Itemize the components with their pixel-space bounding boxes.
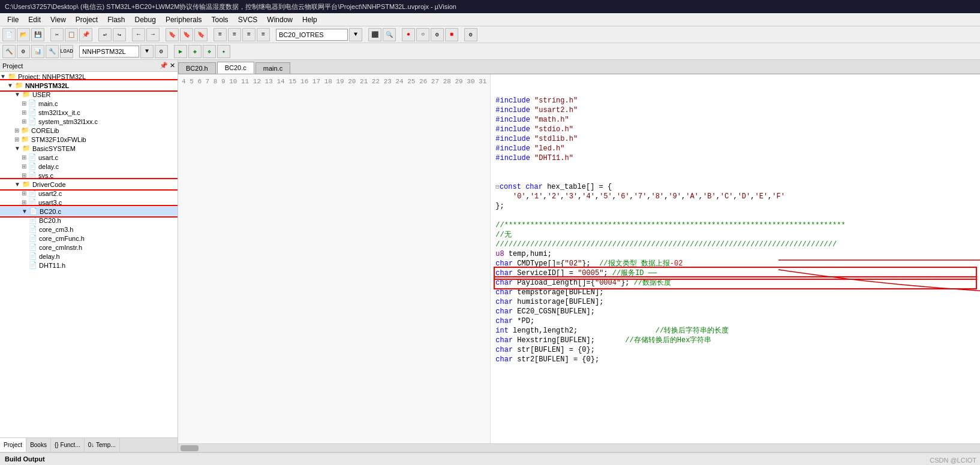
menu-tools[interactable]: Tools bbox=[207, 14, 233, 25]
file-icon-15: 📄 bbox=[29, 207, 38, 215]
bookmark2-button[interactable]: 🔖 bbox=[180, 28, 193, 41]
search-button[interactable]: 🔍 bbox=[383, 28, 396, 41]
menu-view[interactable]: View bbox=[46, 14, 71, 25]
indent2-button[interactable]: ≡ bbox=[228, 28, 241, 41]
menu-bar: File Edit View Project Flash Debug Perip… bbox=[0, 13, 980, 26]
sb-tab-temp[interactable]: 0↓ Temp... bbox=[85, 438, 120, 452]
tree-item-2[interactable]: ▼📁USER bbox=[0, 90, 178, 99]
tree-item-15[interactable]: ▼📄BC20.c bbox=[0, 207, 178, 216]
close-icon[interactable]: ✕ bbox=[170, 62, 175, 69]
line-13: ⊟const char hex_table[] = { bbox=[495, 182, 975, 192]
line-27: char *PD; bbox=[495, 316, 975, 326]
line-30: char str[BUFLEN] = {0}; bbox=[495, 345, 975, 355]
target-input[interactable] bbox=[276, 29, 348, 41]
title-bar: C:\Users\37257\Desktop\ (电信云) STM32L+BC2… bbox=[0, 0, 980, 13]
sb-tab-funct[interactable]: {} Funct... bbox=[51, 438, 85, 452]
code-content[interactable]: #include "string.h"#include "usart2.h"#i… bbox=[491, 74, 980, 443]
tree-item-20[interactable]: 📄delay.h bbox=[0, 252, 178, 261]
tree-item-16[interactable]: 📄BC20.h bbox=[0, 216, 178, 225]
green-btn4[interactable]: ✦ bbox=[217, 45, 230, 58]
menu-flash[interactable]: Flash bbox=[103, 14, 130, 25]
green-btn2[interactable]: ◈ bbox=[188, 45, 202, 58]
menu-edit[interactable]: Edit bbox=[23, 14, 46, 25]
tree-item-12[interactable]: ▼📁DriverCode bbox=[0, 180, 178, 189]
cut-button[interactable]: ✂ bbox=[50, 28, 64, 41]
project-dropdown[interactable]: ▼ bbox=[140, 45, 154, 58]
save-button[interactable]: 💾 bbox=[31, 28, 44, 41]
tree-icon-14: ⊞ bbox=[22, 199, 26, 206]
indent3-button[interactable]: ≡ bbox=[242, 28, 255, 41]
tree-item-8[interactable]: ▼📁BasicSYSTEM bbox=[0, 144, 178, 153]
build-btn2[interactable]: ⚙ bbox=[17, 45, 30, 58]
tree-item-4[interactable]: ⊞📄stm32l1xx_it.c bbox=[0, 108, 178, 117]
menu-help[interactable]: Help bbox=[297, 14, 322, 25]
load-button[interactable]: ⬛ bbox=[368, 28, 381, 41]
menu-svcs[interactable]: SVCS bbox=[233, 14, 263, 25]
menu-window[interactable]: Window bbox=[262, 14, 297, 25]
line-31: char str2[BUFLEN] = {0}; bbox=[495, 355, 975, 364]
tree-item-0[interactable]: ▼📁Project: NNHPSTM32L bbox=[0, 72, 178, 81]
settings-button[interactable]: ⚙ bbox=[464, 28, 477, 41]
tree-label-19: core_cmInstr.h bbox=[39, 244, 82, 251]
pin-icon[interactable]: 📌 bbox=[160, 62, 168, 69]
tab-mainc[interactable]: main.c bbox=[255, 62, 290, 74]
menu-project[interactable]: Project bbox=[71, 14, 103, 25]
tree-item-1[interactable]: ▼📁NNHPSTM32L bbox=[0, 81, 178, 90]
nav-fwd-button[interactable]: → bbox=[146, 28, 160, 41]
code-area[interactable]: 4 5 6 7 8 9 10 11 12 13 14 15 16 17 18 1… bbox=[178, 74, 980, 443]
tree-item-18[interactable]: 📄core_cmFunc.h bbox=[0, 234, 178, 243]
tree-label-17: core_cm3.h bbox=[39, 226, 73, 233]
undo-button[interactable]: ↩ bbox=[98, 28, 112, 41]
copy-button[interactable]: 📋 bbox=[65, 28, 78, 41]
indent-button[interactable]: ≡ bbox=[214, 28, 227, 41]
bookmark3-button[interactable]: 🔖 bbox=[194, 28, 208, 41]
tree-label-9: usart.c bbox=[38, 154, 58, 161]
line-8: #include "stdlib.h" bbox=[495, 134, 975, 144]
redo-button[interactable]: ↪ bbox=[113, 28, 126, 41]
open-button[interactable]: 📂 bbox=[17, 28, 30, 41]
tree-item-19[interactable]: 📄core_cmInstr.h bbox=[0, 243, 178, 252]
tree-item-3[interactable]: ⊞📄main.c bbox=[0, 99, 178, 108]
build-btn3[interactable]: 📊 bbox=[31, 45, 44, 58]
tree-item-21[interactable]: 📄DHT11.h bbox=[0, 261, 178, 270]
tree-item-9[interactable]: ⊞📄usart.c bbox=[0, 153, 178, 162]
menu-peripherals[interactable]: Peripherals bbox=[161, 14, 207, 25]
tree-item-11[interactable]: ⊞📄sys.c bbox=[0, 171, 178, 180]
menu-file[interactable]: File bbox=[2, 14, 23, 25]
tree-item-13[interactable]: ⊞📄usart2.c bbox=[0, 189, 178, 198]
sb-tab-books[interactable]: Books bbox=[26, 438, 51, 452]
scroll-thumb[interactable] bbox=[181, 445, 199, 451]
build-btn5[interactable]: LOAD bbox=[60, 45, 73, 58]
build-btn4[interactable]: 🔧 bbox=[46, 45, 59, 58]
dropdown-arrow[interactable]: ▼ bbox=[349, 28, 362, 41]
paste-button[interactable]: 📌 bbox=[79, 28, 92, 41]
project-input[interactable] bbox=[79, 46, 139, 58]
horizontal-scrollbar[interactable] bbox=[178, 443, 980, 452]
sb-tab-project[interactable]: Project bbox=[0, 438, 26, 452]
nav-back-button[interactable]: ← bbox=[132, 28, 145, 41]
stop-button[interactable]: ● bbox=[402, 28, 415, 41]
menu-debug[interactable]: Debug bbox=[130, 14, 161, 25]
tree-label-12: DriverCode bbox=[32, 181, 66, 188]
green-btn3[interactable]: ❖ bbox=[203, 45, 216, 58]
bookmark1-button[interactable]: 🔖 bbox=[166, 28, 179, 41]
new-file-button[interactable]: 📄 bbox=[2, 28, 16, 41]
tree-item-5[interactable]: ⊞📄system_stm32l1xx.c bbox=[0, 117, 178, 126]
tree-item-7[interactable]: ⊞📁STM32F10xFWLib bbox=[0, 135, 178, 144]
folder-icon-0: 📁 bbox=[8, 73, 16, 80]
tab-bc20h[interactable]: BC20.h bbox=[178, 62, 216, 74]
indent4-button[interactable]: ≡ bbox=[257, 28, 270, 41]
tree-item-17[interactable]: 📄core_cm3.h bbox=[0, 225, 178, 234]
proj-btn1[interactable]: ⚙ bbox=[155, 45, 168, 58]
tree-item-10[interactable]: ⊞📄delay.c bbox=[0, 162, 178, 171]
line-9: #include "led.h" bbox=[495, 144, 975, 153]
green-btn1[interactable]: ▶ bbox=[174, 45, 187, 58]
tab-bc20c[interactable]: BC20.c bbox=[217, 62, 254, 74]
debug-button2[interactable]: ⚙ bbox=[431, 28, 444, 41]
tree-item-14[interactable]: ⊞📄usart3.c bbox=[0, 198, 178, 207]
circle-button[interactable]: ○ bbox=[416, 28, 429, 41]
line-24: char tempstorage[BUFLEN]; bbox=[495, 288, 975, 297]
build-btn1[interactable]: 🔨 bbox=[2, 45, 16, 58]
tree-item-6[interactable]: ⊞📁CORELib bbox=[0, 126, 178, 135]
run-button[interactable]: ■ bbox=[445, 28, 458, 41]
